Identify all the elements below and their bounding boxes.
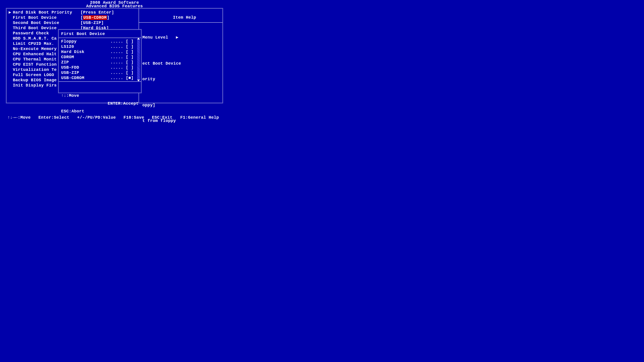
popup-option[interactable]: LS120..... [ ] [61, 44, 139, 49]
popup-option[interactable]: CDROM..... [ ] [61, 54, 139, 60]
setting-value[interactable]: [USB-ZIP] [80, 20, 114, 25]
global-key-hints: ↑↓→←:Move Enter:Select +/-/PU/PD:Value F… [8, 105, 223, 129]
popup-option[interactable]: USB-ZIP..... [ ] [61, 70, 139, 75]
popup-option[interactable]: USB-FDD..... [ ] [61, 65, 139, 70]
popup-title: First Boot Device [61, 31, 139, 38]
hint-move: ↑↓:Move [61, 93, 84, 98]
popup-scrollbar[interactable] [137, 39, 140, 80]
selected-value: USB-CDROM [83, 15, 107, 20]
popup-option[interactable]: Floppy..... [ ] [61, 39, 139, 44]
item-help-title: Item Help [149, 15, 220, 20]
popup-option-list: Floppy..... [ ] LS120..... [ ] Hard Disk… [61, 38, 139, 81]
help-separator [139, 22, 222, 23]
key-hint-line: ↑↓→←:Move Enter:Select +/-/PU/PD:Value F… [8, 115, 223, 120]
setting-value[interactable]: [USB-CDROM] [80, 15, 114, 20]
popup-option[interactable]: USB-CDROM..... [■] [61, 75, 139, 81]
settings-values: [Press Enter] [USB-CDROM] [USB-ZIP] [Har… [80, 10, 114, 31]
bios-screen: 2008 Award Software Advanced BIOS Featur… [0, 0, 229, 129]
menu-level: Menu Level ▶ [142, 35, 220, 40]
boot-device-popup: First Boot Device Floppy..... [ ] LS120.… [58, 29, 142, 93]
popup-option[interactable]: Hard Disk..... [ ] [61, 49, 139, 54]
popup-option[interactable]: ZIP..... [ ] [61, 60, 139, 65]
pointer-icon: ▶ [9, 10, 13, 15]
setting-value[interactable]: [Press Enter] [80, 10, 114, 15]
